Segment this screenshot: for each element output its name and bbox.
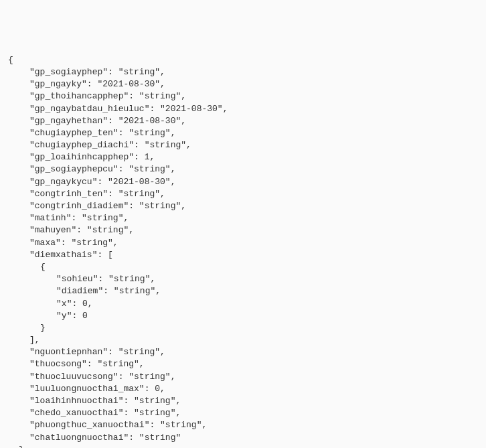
json-property: "sohieu": "string", <box>8 273 155 285</box>
json-property: "chatluongnuocthai": "string" <box>8 432 181 444</box>
json-property: "y": 0 <box>8 310 88 322</box>
json-property: "phuongthuc_xanuocthai": "string", <box>8 419 207 431</box>
json-property: "gp_ngaykycu": "2021-08-30", <box>8 176 175 188</box>
json-property: "nguontiepnhan": "string", <box>8 346 165 358</box>
json-property: "chugiayphep_diachi": "string", <box>8 139 191 151</box>
json-property: "chugiayphep_ten": "string", <box>8 127 175 139</box>
json-property: "congtrinh_diadiem": "string", <box>8 200 186 212</box>
json-property: "gp_sogiayphepcu": "string", <box>8 163 175 175</box>
json-property: "matinh": "string", <box>8 212 129 224</box>
json-property: "x": 0, <box>8 298 93 310</box>
array-item-open: { <box>8 261 46 273</box>
json-property: "thuocluuvucsong": "string", <box>8 371 175 383</box>
json-property: "gp_thoihancapphep": "string", <box>8 90 186 102</box>
json-property: "gp_ngaybatdau_hieuluc": "2021-08-30", <box>8 103 228 115</box>
array-item-close: } <box>8 322 46 334</box>
json-property: "gp_ngayky": "2021-08-30", <box>8 78 165 90</box>
json-property: "loaihinhnuocthai": "string", <box>8 395 181 407</box>
array-key: diemxathais <box>35 250 92 260</box>
json-property: "congtrinh_ten": "string", <box>8 188 165 200</box>
open-brace: { <box>8 54 478 66</box>
json-property: "chedo_xanuocthai": "string", <box>8 407 181 419</box>
close-brace: } <box>8 444 478 448</box>
json-property: "gp_ngayhethan": "2021-08-30", <box>8 115 186 127</box>
json-property: "diadiem": "string", <box>8 285 161 297</box>
json-property: "luuluongnuocthai_max": 0, <box>8 383 165 395</box>
json-property: "mahuyen": "string", <box>8 224 134 236</box>
json-property: "maxa": "string", <box>8 237 118 249</box>
json-property: "thuocsong": "string", <box>8 358 145 370</box>
array-close-bracket: ], <box>8 334 40 346</box>
json-property: "gp_loaihinhcapphep": 1, <box>8 151 155 163</box>
json-code-block: {"gp_sogiayphep": "string","gp_ngayky": … <box>8 54 478 448</box>
json-property: "gp_sogiayphep": "string", <box>8 66 165 78</box>
array-key-line: "diemxathais": [ <box>8 249 113 261</box>
array-open-bracket: [ <box>108 250 113 260</box>
